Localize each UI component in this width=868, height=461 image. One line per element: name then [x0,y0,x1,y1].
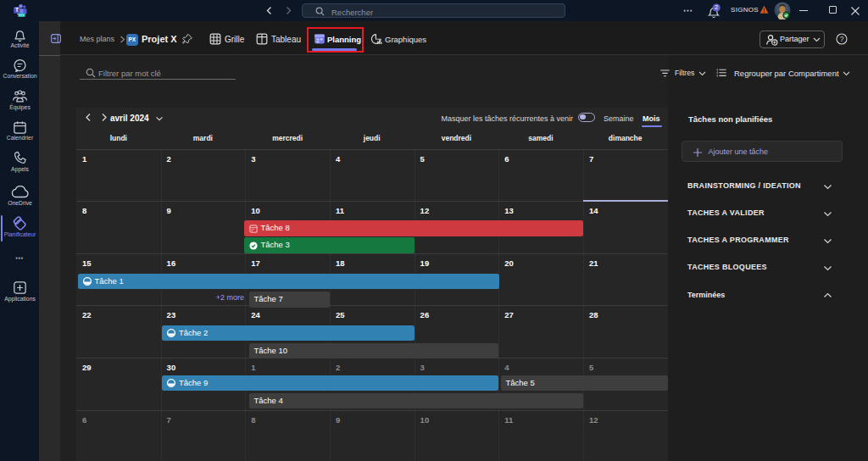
svg-text:2: 2 [715,4,718,10]
svg-text:?: ? [840,35,844,43]
svg-text:T: T [15,7,19,13]
